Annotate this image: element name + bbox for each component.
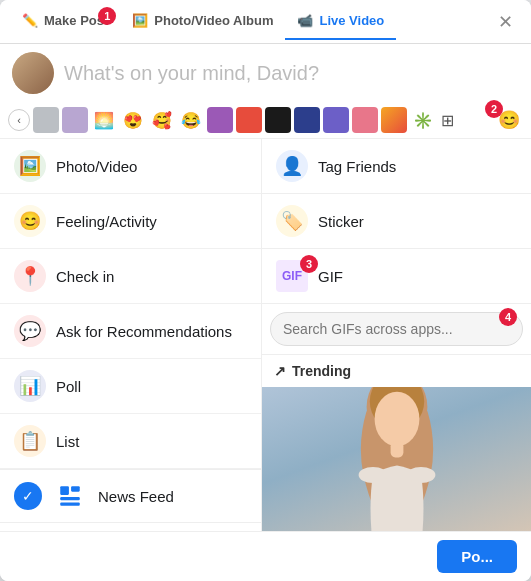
svg-point-8 bbox=[358, 467, 387, 483]
svg-rect-0 bbox=[60, 486, 69, 495]
check-in-icon: 📍 bbox=[14, 260, 46, 292]
post-prompt[interactable]: What's on your mind, David? bbox=[64, 62, 319, 85]
grid-icon[interactable]: ⊞ bbox=[441, 111, 454, 130]
gif-search-bar: 4 bbox=[262, 304, 531, 355]
tab-bar: ✏️ Make Post 1 🖼️ Photo/Video Album 📹 Li… bbox=[0, 0, 531, 44]
swatch-purple-light[interactable] bbox=[62, 107, 88, 133]
left-panel: 🖼️ Photo/Video 😊 Feeling/Activity 📍 Chec… bbox=[0, 139, 262, 531]
option-tag-friends[interactable]: 👤 Tag Friends bbox=[262, 139, 531, 194]
audience-section: ✓ News Feed bbox=[0, 469, 261, 531]
swatch-blue-dark[interactable] bbox=[294, 107, 320, 133]
badge-3: 3 bbox=[300, 255, 318, 273]
option-sticker[interactable]: 🏷️ Sticker bbox=[262, 194, 531, 249]
badge-4: 4 bbox=[499, 308, 517, 326]
photo-video-icon: 🖼️ bbox=[14, 150, 46, 182]
emoji-toolbar: ‹ 🌅 😍 🥰 😂 ✳️ ⊞ 2 😊 bbox=[0, 102, 531, 139]
option-ask-recommendations[interactable]: 💬 Ask for Recommendations bbox=[0, 304, 261, 359]
post-button[interactable]: Po... bbox=[437, 540, 517, 573]
sticker-icon: 🏷️ bbox=[276, 205, 308, 237]
right-panel: 👤 Tag Friends 🏷️ Sticker GIF GIF 3 4 bbox=[262, 139, 531, 531]
recommendations-icon: 💬 bbox=[14, 315, 46, 347]
svg-point-9 bbox=[406, 467, 435, 483]
gif-search-input[interactable] bbox=[270, 312, 523, 346]
option-check-in-label: Check in bbox=[56, 268, 114, 285]
tag-friends-label: Tag Friends bbox=[318, 158, 396, 175]
svg-rect-1 bbox=[71, 486, 80, 491]
swatch-red[interactable] bbox=[236, 107, 262, 133]
swatch-gray[interactable] bbox=[33, 107, 59, 133]
poll-icon: 📊 bbox=[14, 370, 46, 402]
option-list[interactable]: 📋 List bbox=[0, 414, 261, 469]
option-check-in[interactable]: 📍 Check in bbox=[0, 249, 261, 304]
close-button[interactable]: ✕ bbox=[490, 7, 521, 37]
svg-point-6 bbox=[374, 392, 419, 446]
prev-arrow[interactable]: ‹ bbox=[8, 109, 30, 131]
badge-1: 1 bbox=[98, 7, 116, 25]
swatch-laugh[interactable]: 😂 bbox=[178, 107, 204, 133]
post-header: What's on your mind, David? bbox=[0, 44, 531, 102]
option-ask-recommendations-label: Ask for Recommendations bbox=[56, 323, 232, 340]
gif-label: GIF bbox=[318, 268, 343, 285]
tab-live-video[interactable]: 📹 Live Video bbox=[285, 3, 396, 40]
news-feed-check: ✓ bbox=[14, 482, 42, 510]
swatch-indigo[interactable] bbox=[323, 107, 349, 133]
option-poll-label: Poll bbox=[56, 378, 81, 395]
badge-2: 2 bbox=[485, 100, 503, 118]
tab-make-post[interactable]: ✏️ Make Post 1 bbox=[10, 3, 120, 40]
trending-header: ↗ Trending bbox=[262, 355, 531, 387]
bottom-bar: Po... bbox=[0, 531, 531, 581]
tag-friends-icon: 👤 bbox=[276, 150, 308, 182]
news-feed-label: News Feed bbox=[98, 488, 174, 505]
swatch-flame[interactable]: 🌅 bbox=[91, 107, 117, 133]
swatch-pink[interactable] bbox=[352, 107, 378, 133]
create-post-modal: ✏️ Make Post 1 🖼️ Photo/Video Album 📹 Li… bbox=[0, 0, 531, 581]
tab-photo-video[interactable]: 🖼️ Photo/Video Album bbox=[120, 3, 285, 40]
option-feeling-activity[interactable]: 😊 Feeling/Activity bbox=[0, 194, 261, 249]
option-list-label: List bbox=[56, 433, 79, 450]
swatch-purple[interactable] bbox=[207, 107, 233, 133]
option-gif[interactable]: GIF GIF 3 bbox=[262, 249, 531, 304]
option-photo-video[interactable]: 🖼️ Photo/Video bbox=[0, 139, 261, 194]
content-area: 🖼️ Photo/Video 😊 Feeling/Activity 📍 Chec… bbox=[0, 139, 531, 531]
audience-your-story[interactable]: + Your Story bbox=[0, 523, 261, 531]
swatch-heart-eyes[interactable]: 😍 bbox=[120, 107, 146, 133]
option-poll[interactable]: 📊 Poll bbox=[0, 359, 261, 414]
swatch-asterisk[interactable]: ✳️ bbox=[410, 107, 436, 133]
trending-icon: ↗ bbox=[274, 363, 286, 379]
audience-news-feed[interactable]: ✓ News Feed bbox=[0, 470, 261, 523]
svg-rect-3 bbox=[60, 503, 80, 506]
gif-preview bbox=[262, 387, 531, 531]
swatch-gradient[interactable] bbox=[381, 107, 407, 133]
svg-rect-2 bbox=[60, 497, 80, 500]
option-feeling-activity-label: Feeling/Activity bbox=[56, 213, 157, 230]
option-photo-video-label: Photo/Video bbox=[56, 158, 137, 175]
avatar bbox=[12, 52, 54, 94]
gif-person-svg bbox=[327, 387, 467, 531]
swatch-heart-red[interactable]: 🥰 bbox=[149, 107, 175, 133]
news-feed-icon bbox=[54, 480, 86, 512]
feeling-activity-icon: 😊 bbox=[14, 205, 46, 237]
sticker-label: Sticker bbox=[318, 213, 364, 230]
swatch-black[interactable] bbox=[265, 107, 291, 133]
trending-label: Trending bbox=[292, 363, 351, 379]
svg-rect-7 bbox=[390, 441, 403, 457]
list-icon: 📋 bbox=[14, 425, 46, 457]
